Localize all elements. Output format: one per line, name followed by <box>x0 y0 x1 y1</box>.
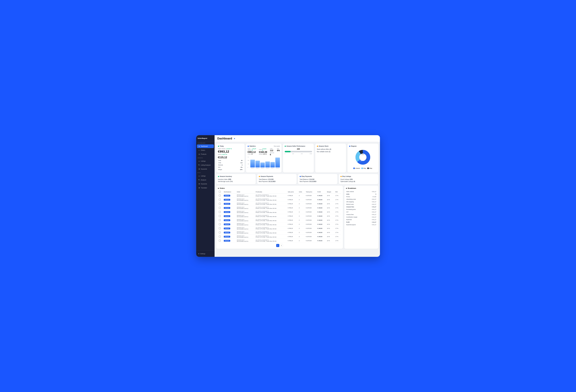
select-all-checkbox[interactable] <box>219 191 221 193</box>
row-checkbox-4[interactable] <box>219 211 221 213</box>
stock-dot <box>317 146 318 147</box>
orders-icon-sq: ■ <box>218 187 219 189</box>
marketplace-badge: Amazon <box>224 199 230 201</box>
breakdown-row: Purchasing price € 41,17 <box>346 208 376 211</box>
legend-etsy: Etsy <box>361 168 366 169</box>
ebay-balance: Total Balance: € 16.152 <box>300 178 336 181</box>
sales-badge: ▲15,27 % <box>226 148 232 150</box>
perf-bar <box>285 151 312 152</box>
today-dot <box>218 146 219 147</box>
row-checkbox-9[interactable] <box>219 232 221 233</box>
page-2-button[interactable]: 2 <box>280 244 283 247</box>
marketplace-badge: Amazon <box>224 215 230 217</box>
sidebar-label-translator: Translator <box>201 187 207 189</box>
perf-card-title: Amazon Seller Performance <box>285 145 312 147</box>
page-title: Dashboard <box>217 137 232 140</box>
row-checkbox-11[interactable] <box>219 240 221 241</box>
sidebar-item-keywords[interactable]: ✱ Keywords <box>197 167 214 171</box>
bar-fill <box>260 162 265 167</box>
etsy-good-listings: Good Listings (125) <box>341 178 376 181</box>
marketplace-badge: Amazon <box>224 223 230 225</box>
row-checkbox-2[interactable] <box>219 203 221 205</box>
pie-legend: Amazon Etsy Ebay <box>353 168 372 169</box>
today-table-row: Units96 <box>218 159 243 161</box>
col-total-price: Total price <box>305 190 317 194</box>
sidebar-label-dashboard: Dashboard <box>201 146 208 147</box>
stats-margin: Margin 11,28 % <box>259 153 267 155</box>
stats-profit-value: €160,39 <box>259 151 267 153</box>
filter-icon[interactable]: ▼ <box>233 137 235 140</box>
row-checkbox-3[interactable] <box>219 207 221 209</box>
row-checkbox-7[interactable] <box>219 223 221 225</box>
inventory-title: Amazon Inventory <box>218 176 254 177</box>
marketplace-badge: Amazon <box>224 211 230 213</box>
breakdown-row: Refund costs € 41,17 <box>346 203 376 206</box>
row-checkbox-6[interactable] <box>219 219 221 221</box>
inventory-dot <box>218 176 219 177</box>
breakdown-row: Units 5 <box>346 193 376 195</box>
row-checkbox-0[interactable] <box>219 195 221 196</box>
content-area: Today Sales volume ▲15,27 % €993,12 Prof… <box>215 142 380 257</box>
sidebar-label-etsy-keywords: Keywords <box>201 183 207 185</box>
settings-button[interactable]: ⚙ Settings <box>198 252 213 255</box>
amazon-next-pay: Next Payment: 15.12.2023 <box>259 181 295 182</box>
table-row: Amazon 25.09.23 13:17 304-4312606-213471… <box>218 202 341 206</box>
period-selector[interactable]: This month <box>274 146 280 147</box>
sidebar-item-etsy-keywords[interactable]: ✱ Keywords <box>197 182 214 186</box>
sidebar-item-etsy-listings[interactable]: ● Listings <box>197 174 214 178</box>
sidebar-item-listings[interactable]: ● Listings <box>197 159 214 163</box>
stock-item-2: Non sellable stock (1) <box>317 151 344 153</box>
profit-row: Profit ▲15,27 % <box>218 154 243 155</box>
stats-row: Today Sales volume ▲15,27 % €993,12 Prof… <box>216 144 378 173</box>
marketplace-badge: Amazon <box>224 236 230 238</box>
marketplace-badge: Amazon <box>224 207 230 209</box>
statistics-card: Statistics This month Sales volume ▲15,2… <box>246 144 282 173</box>
perf-bar-fill <box>285 151 291 152</box>
breakdown-row: VAT € 41,17 <box>346 211 376 213</box>
breakdown-row: Gift wrapping € 41,17 <box>346 201 376 203</box>
sidebar-label-analyzer: Analyzer <box>201 179 206 181</box>
table-row: Amazon 25.09.23 13:17 304-4312606-213471… <box>218 214 341 218</box>
breakdown-row: Promo € 4,32 <box>346 196 376 198</box>
stock-item-1: Stock without offers (2) <box>317 148 344 151</box>
table-row: Amazon 25.09.23 13:17 304-4312606-213471… <box>218 226 341 231</box>
marketplace-badge: Amazon <box>224 240 230 242</box>
row-checkbox-1[interactable] <box>219 199 221 201</box>
perf-dot <box>285 146 286 147</box>
orders-header-row: Marketplace Order Product(s) Sale price … <box>218 190 341 194</box>
stats-units: Units 112 Refunds 6 <box>270 148 274 156</box>
settings-label: Settings <box>200 253 205 255</box>
sidebar-label-etsy-listings: Listings <box>201 175 206 177</box>
sidebar-item-listing-analyzer[interactable]: 🔍 Listing Analyzer <box>197 163 214 167</box>
app-container: SellerMagnet Dashboard ⊞ Dashboard ≡ Ord… <box>196 135 380 257</box>
amazon-balance: Total Balance: € 51.532 <box>259 178 295 181</box>
breakdown-card: ■ Breakdown Sales volume € 41,17 Units 5… <box>344 186 378 249</box>
section-label-dashboard: Dashboard <box>196 141 215 144</box>
page-1-button[interactable]: 1 <box>276 244 279 247</box>
col-marketplace: Marketplace <box>223 190 236 194</box>
perf-bar-bg <box>285 151 312 152</box>
orders-icon: ≡ <box>198 149 200 151</box>
row-checkbox-8[interactable] <box>219 227 221 229</box>
stats-orders: Orders 55 <box>248 153 256 155</box>
today-table-row: ROI6% <box>218 166 243 168</box>
marketplace-badge: Amazon <box>224 228 230 229</box>
col-product: Product(s) <box>255 190 287 194</box>
sales-label: Sales volume ▲15,27 % <box>218 148 243 150</box>
analyzer-icon: 🔍 <box>198 179 200 181</box>
row-checkbox-10[interactable] <box>219 236 221 238</box>
orders-table: Marketplace Order Product(s) Sale price … <box>218 190 341 243</box>
etsy-dot <box>341 176 342 177</box>
today-label: Today <box>220 145 224 147</box>
sidebar-item-dashboard[interactable]: ⊞ Dashboard <box>197 144 214 148</box>
table-row: Amazon 25.09.23 13:17 304-4312606-213471… <box>218 218 341 222</box>
amazon-pay-dot <box>259 176 260 177</box>
sidebar-item-orders[interactable]: ≡ Orders <box>197 148 214 152</box>
row-checkbox-5[interactable] <box>219 215 221 217</box>
sidebar-item-translator[interactable]: ✱ Translator <box>197 186 214 190</box>
sidebar-item-products[interactable]: ⊞ Products <box>197 152 214 156</box>
table-row: Amazon 25.09.23 13:17 304-4312606-213471… <box>218 210 341 214</box>
sidebar-label-orders: Orders <box>201 150 205 151</box>
sidebar-item-analyzer[interactable]: 🔍 Analyzer <box>197 178 214 182</box>
breakdown-row: Profit € 41,17 <box>346 221 376 223</box>
